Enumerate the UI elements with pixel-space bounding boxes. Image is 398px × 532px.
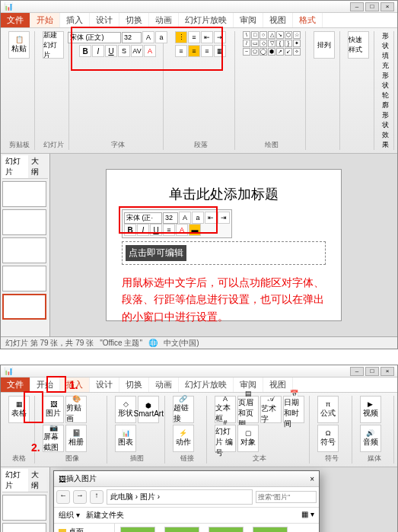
font-size-select[interactable] (122, 32, 142, 43)
bullets-button[interactable]: ⋮ (175, 31, 187, 43)
slidenum-button[interactable]: #幻灯片 编号 (215, 425, 236, 452)
increase-font-button[interactable]: A (142, 31, 154, 43)
tab-slideshow[interactable]: 幻灯片放映 (179, 377, 234, 392)
font-family-select[interactable] (68, 32, 121, 43)
maximize-button[interactable]: □ (365, 367, 379, 376)
headerfooter-button[interactable]: ▤页眉和页脚 (237, 396, 259, 423)
thumb-tab-outline[interactable]: 大纲 (28, 155, 48, 178)
strike-button[interactable]: S (118, 45, 130, 57)
mini-italic[interactable]: I (137, 224, 149, 236)
wordart-button[interactable]: 𝒜艺术字 (260, 396, 282, 423)
italic-button[interactable]: I (92, 45, 104, 57)
thumb-tab-slides[interactable]: 幻灯片 (2, 469, 28, 492)
mini-shrink-font[interactable]: a (192, 212, 204, 224)
hyperlink-button[interactable]: 🔗超链接 (173, 396, 194, 423)
mini-size-select[interactable] (163, 212, 178, 224)
screenshot-button[interactable]: 📷屏幕截图 (43, 425, 64, 452)
equation-button[interactable]: π公式 (317, 396, 339, 423)
file-item[interactable]: rhlz_3.jpg (250, 527, 290, 532)
up-button[interactable]: ↑ (90, 490, 103, 504)
slide-thumb[interactable] (2, 266, 46, 291)
close-button[interactable]: × (380, 367, 394, 376)
slide-thumb[interactable] (2, 523, 46, 532)
table-button[interactable]: ▦表格 (8, 396, 30, 423)
tab-slideshow[interactable]: 幻灯片放映 (179, 13, 234, 27)
columns-button[interactable]: ▦ (214, 45, 226, 57)
font-color-button[interactable]: A (144, 45, 156, 57)
back-button[interactable]: ← (56, 490, 70, 504)
clipart-button[interactable]: 🎨剪贴画 (65, 396, 87, 423)
title-placeholder[interactable]: 单击此处添加标题 (122, 185, 326, 203)
shape-fill-button[interactable]: 形状填充 (382, 31, 389, 71)
tab-home[interactable]: 开始 (30, 13, 60, 27)
tab-transitions[interactable]: 切换 (119, 13, 149, 27)
minimize-button[interactable]: – (350, 367, 364, 376)
shape-effects-button[interactable]: 形状效果 (382, 110, 389, 150)
content-placeholder[interactable]: 点击即可编辑 (122, 241, 326, 265)
thumb-tab-outline[interactable]: 大纲 (28, 469, 48, 492)
align-left-button[interactable]: ≡ (175, 45, 187, 57)
bold-button[interactable]: B (79, 45, 91, 57)
object-button[interactable]: ▢对象 (237, 425, 259, 452)
tab-animations[interactable]: 动画 (149, 377, 179, 392)
tab-view[interactable]: 视图 (263, 13, 293, 27)
shadow-button[interactable]: AV (131, 45, 143, 57)
tab-file[interactable]: 文件 (1, 13, 30, 27)
video-button[interactable]: ▶视频 (360, 396, 381, 423)
mini-color[interactable]: A (176, 224, 188, 236)
chart-button[interactable]: 📊图表 (115, 425, 136, 452)
sidebar-desktop[interactable]: 桌面 (56, 525, 113, 532)
tab-transitions[interactable]: 切换 (119, 377, 149, 392)
file-item[interactable]: rhlz.jpg (118, 527, 158, 532)
shape-outline-button[interactable]: 形状轮廓 (382, 71, 389, 110)
mini-bold[interactable]: B (124, 224, 136, 236)
close-button[interactable]: × (380, 2, 394, 11)
tab-view[interactable]: 视图 (263, 377, 293, 392)
align-right-button[interactable]: ≡ (201, 45, 213, 57)
new-folder-button[interactable]: 新建文件夹 (86, 510, 124, 521)
numbering-button[interactable]: ≡ (188, 31, 200, 43)
tab-insert[interactable]: 插入 (60, 13, 90, 27)
indent-right-button[interactable]: ⇥ (214, 31, 226, 43)
breadcrumb[interactable]: 此电脑 › 图片 › (107, 489, 253, 505)
indent-left-button[interactable]: ⇤ (201, 31, 213, 43)
slide-thumb[interactable] (2, 237, 46, 263)
audio-button[interactable]: 🔊音频 (360, 425, 381, 452)
slide-thumb[interactable] (2, 181, 46, 207)
mini-align[interactable]: ≡ (163, 224, 175, 236)
search-input[interactable] (256, 491, 317, 503)
minimize-button[interactable]: – (350, 2, 364, 11)
mini-indent-right[interactable]: ⇥ (218, 212, 230, 224)
arrange-button[interactable]: 排列 (314, 31, 335, 59)
file-item[interactable]: rhlz_1.jpg (162, 527, 202, 532)
thumb-tab-slides[interactable]: 幻灯片 (2, 155, 28, 178)
action-button[interactable]: ⚡动作 (173, 425, 194, 452)
underline-button[interactable]: U (105, 45, 117, 57)
slide-thumb-selected[interactable] (2, 294, 46, 320)
paste-button[interactable]: 📋粘贴 (8, 31, 30, 59)
quick-styles-button[interactable]: 快速样式 (348, 31, 369, 59)
tab-home[interactable]: 开始 (30, 377, 60, 392)
align-center-button[interactable]: ≡ (188, 45, 200, 57)
tab-design[interactable]: 设计 (90, 13, 119, 27)
file-item[interactable]: rhlz_2.jpg (206, 527, 246, 532)
content-text[interactable]: 点击即可编辑 (126, 245, 186, 261)
mini-grow-font[interactable]: A (179, 212, 191, 224)
mini-indent-left[interactable]: ⇤ (205, 212, 217, 224)
mini-underline[interactable]: U (150, 224, 162, 236)
tab-animations[interactable]: 动画 (149, 13, 179, 27)
decrease-font-button[interactable]: a (155, 31, 167, 43)
slide-thumb[interactable] (2, 209, 46, 235)
forward-button[interactable]: → (73, 490, 87, 504)
view-options-button[interactable]: ▦ ▾ (301, 510, 314, 521)
symbol-button[interactable]: Ω符号 (317, 425, 339, 452)
tab-file[interactable]: 文件 (1, 377, 30, 392)
mini-highlight[interactable]: ▬ (189, 224, 201, 236)
maximize-button[interactable]: □ (365, 2, 379, 11)
slide-canvas[interactable]: 单击此处添加标题 A a ⇤ ⇥ B (106, 169, 342, 321)
new-slide-button[interactable]: 新建 幻灯片 (43, 31, 64, 59)
image-button[interactable]: 🖼图片 (43, 396, 64, 423)
tab-review[interactable]: 审阅 (234, 13, 263, 27)
tab-design[interactable]: 设计 (90, 377, 119, 392)
shapes-gallery[interactable]: \□○△↘⬡☆ /▭◇▽{}✦ ~⬠◯⬢↗↙✧ (243, 31, 301, 56)
